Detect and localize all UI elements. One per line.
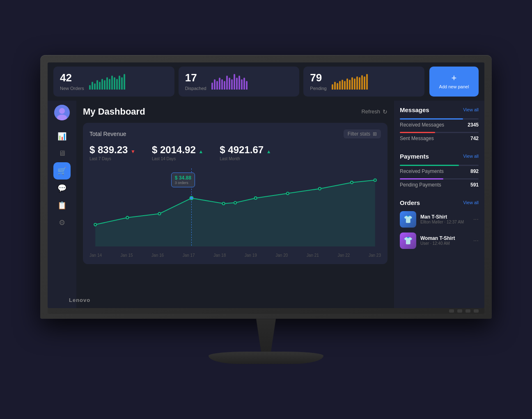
order-info-1: Woman T-Shirt User · 12:40 AM [420,235,469,246]
filter-stats-button[interactable]: Filter stats ⊞ [344,129,381,138]
orders-view-all[interactable]: View all [463,200,479,205]
mini-bar [121,77,123,90]
payment-bar-fill-0 [400,165,459,166]
chart-dot-3 [190,196,193,200]
monitor-control-4[interactable] [474,309,479,313]
mini-bar [211,83,213,90]
top-bar: 42 New Orders 17 Dispached 79 Pending + … [48,62,484,101]
mini-bar [356,76,358,90]
monitor-control-2[interactable] [457,309,462,313]
metric-bar-fill-1 [400,132,435,133]
order-info-0: Man T-Shirt Ellton Møller · 12:37 AM [420,214,469,224]
payments-header: Payments View all [400,153,479,160]
mini-bar [359,77,360,90]
revenue-header: Total Revenue Filter stats ⊞ [89,129,381,138]
stat-card-dispached: 17 Dispached [179,67,300,97]
order-name-0: Man T-Shirt [420,214,469,220]
stat-info-1: 17 Dispached [185,71,206,92]
chart-dot-8 [319,187,321,190]
sidebar-icon-glyph-documents: 📋 [57,201,66,210]
messages-view-all[interactable]: View all [463,107,479,112]
right-panel: Messages View all Received Messages 2345 [394,101,484,308]
mini-chart-0 [89,73,125,90]
payments-view-all[interactable]: View all [463,154,479,159]
mini-bar [339,81,341,90]
sidebar-icon-settings[interactable]: ⚙ [53,214,71,231]
mini-bar [361,75,363,90]
metric-bar-track-0 [400,118,479,120]
line-chart [89,168,381,246]
trend-2: ▲ [266,149,271,154]
mini-bar [349,80,351,90]
payments-section: Payments View all Received Payments 892 [400,153,479,192]
sidebar-icon-orders[interactable]: 🛒 [53,162,71,180]
monitor-control-3[interactable] [466,309,470,313]
mini-bar [119,76,120,90]
mini-bar [124,74,125,90]
sidebar-icon-glyph-messages: 💬 [57,184,66,193]
trend-1: ▲ [198,149,203,154]
mini-bar [229,78,230,90]
stat-card-new-orders: 42 New Orders [53,67,174,97]
monitor-base [209,352,323,364]
refresh-button[interactable]: Refresh ↻ [361,108,388,115]
order-more-button-1[interactable]: ··· [473,237,479,244]
order-item-0: 👕 Man T-Shirt Ellton Møller · 12:37 AM ·… [400,211,479,228]
filter-label: Filter stats [348,131,370,137]
chart-dot-9 [351,181,353,184]
mini-bar [104,80,105,90]
metric-bar-row-1 [400,132,479,133]
sidebar-icon-analytics[interactable]: 📊 [53,128,71,145]
dashboard-header: My Dashboard Refresh ↻ [83,106,388,117]
mini-bar [101,79,103,90]
x-label-0: Jan 14 [89,253,102,258]
stat-value-2: 79 [310,71,326,84]
chart-dot-6 [255,197,257,199]
refresh-label: Refresh [361,108,380,115]
order-name-1: Woman T-Shirt [420,235,469,241]
revenue-stats: $ 839.23 ▼ Last 7 Days $ 2014.92 ▲ Last … [89,144,381,161]
screen: 42 New Orders 17 Dispached 79 Pending + … [48,62,484,308]
payment-bar-track-1 [400,178,479,180]
sidebar-icon-glyph-orders: 🛒 [57,166,66,175]
revenue-stat-0: $ 839.23 ▼ Last 7 Days [89,144,135,161]
mini-bar [243,78,245,90]
mini-bar [109,79,110,90]
x-label-6: Jan 20 [275,253,288,258]
avatar[interactable] [54,105,70,120]
chart-dot-10 [374,179,376,181]
stat-label-0: New Orders [60,86,84,91]
add-panel-label: Add new panel [439,84,469,89]
stat-label-1: Dispached [185,86,206,91]
metric-label-row-1: Sent Messages 742 [400,136,479,141]
add-panel-button[interactable]: + Add new panel [429,67,479,97]
x-label-5: Jan 19 [245,253,257,258]
sidebar-icon-display[interactable]: 🖥 [53,145,71,162]
sidebar-icon-messages[interactable]: 💬 [53,180,71,197]
metric-label-row-0: Received Messages 2345 [400,122,479,128]
stat-value-1: 17 [185,71,206,84]
message-metric-1: Sent Messages 742 [400,132,479,141]
stat-value-0: 42 [60,71,84,84]
mini-bar [332,84,333,90]
revenue-period-1: Last 14 Days [152,157,203,161]
mini-bar [231,79,233,90]
monitor-control-1[interactable] [449,309,454,313]
chart-area: $ 34.88 3 orders [89,168,381,251]
orders-section: Orders View all 👕 Man T-Shirt Ellton Møl… [400,199,479,254]
page-title: My Dashboard [83,106,145,117]
mini-bar [337,83,338,90]
mini-bar [99,82,101,90]
payment-label-row-1: Pending Payments 591 [400,182,479,188]
mini-bar [94,83,96,90]
payment-bar-fill-1 [400,178,443,180]
sidebar-icon-documents[interactable]: 📋 [53,197,71,214]
mini-bar [89,85,91,90]
trend-0: ▼ [131,149,135,154]
payment-label-0: Received Payments [400,168,444,174]
metric-value-1: 742 [470,136,479,141]
order-more-button-0[interactable]: ··· [473,216,479,223]
revenue-stat-2: $ 4921.67 ▲ Last Month [220,144,271,161]
mini-bar [241,79,243,90]
filter-icon: ⊞ [373,131,377,137]
